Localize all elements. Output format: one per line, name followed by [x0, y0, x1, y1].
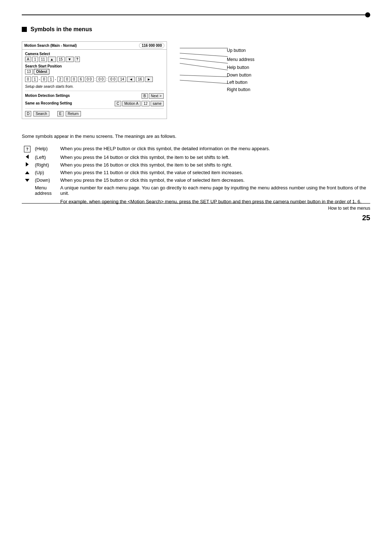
callout-area: Up button Menu address Help button Down …: [178, 41, 370, 119]
menu-addr-desc: A unique number for each menu page. You …: [60, 185, 368, 196]
d-colon1: :: [95, 77, 96, 81]
menu-address-label: Menu address: [227, 57, 254, 62]
top-rule: [22, 15, 370, 15]
up-icon-cell: [22, 169, 33, 176]
heading-square-icon: [22, 27, 27, 32]
d-00c: 0 0: [109, 77, 117, 82]
down-name: (Down): [35, 177, 50, 183]
down-name-cell: (Down): [33, 176, 58, 184]
help-button-label: Help button: [227, 65, 249, 70]
help-desc-cell: When you press the HELP button or click …: [58, 145, 370, 153]
d-00b: 0 0: [97, 77, 105, 82]
help-icon-cell: ?: [22, 145, 33, 153]
menu-illustration: Motion Search (Main - Normal) 116 000 00…: [22, 41, 370, 119]
d-sep2: -: [55, 77, 56, 81]
ctrl-motion-a: Motion A: [122, 101, 141, 106]
up-name: (Up): [35, 170, 44, 175]
body-section: Some symbols appear in the menu screens.…: [22, 134, 370, 205]
d-colon2: :: [106, 77, 107, 81]
up-name-cell: (Up): [33, 169, 58, 176]
help-icon: ?: [24, 146, 30, 152]
body-intro: Some symbols appear in the menu screens.…: [22, 134, 370, 139]
ctrl-left-arrow: ◄: [127, 77, 135, 82]
d-1b: 1: [48, 77, 54, 82]
ctrl-up-arrow: ▲: [48, 57, 56, 62]
ctrl-next: Next >: [149, 93, 164, 99]
table-row: ? (Help) When you press the HELP button …: [22, 145, 370, 153]
table-row: (Left) When you press the 14 button or c…: [22, 153, 370, 161]
left-button-label: Left button: [227, 80, 248, 85]
menu-addr-name: Menu address: [35, 185, 52, 196]
search-start-row: Search Start Position 13 Oldest: [25, 64, 164, 74]
camera-select-row: Camera Select A 1 11 ▲ 15 ▼ ?: [25, 52, 164, 62]
same-recording-row: Same as Recording Setting C Motion A 12 …: [25, 101, 164, 106]
d-6: 6: [78, 77, 84, 82]
ctrl-return: Return: [66, 111, 81, 116]
left-icon-cell: [22, 153, 33, 161]
ctrl-1: 1: [32, 57, 38, 62]
up-desc: When you press the 11 button or click th…: [60, 170, 243, 175]
table-row: (Down) When you press the 15 button or c…: [22, 176, 370, 184]
down-icon-cell: [22, 176, 33, 184]
ctrl-15: 15: [57, 57, 65, 62]
help-desc: When you press the HELP button or click …: [60, 146, 270, 151]
d-2: 2: [57, 77, 63, 82]
menu-addr-icon-cell: [22, 184, 33, 205]
menu-address-box: 116 000 000: [139, 43, 164, 48]
setup-note-row: Setup date search starts from.: [25, 84, 164, 89]
page-number-container: 25: [22, 214, 370, 222]
right-desc-cell: When you press the 16 button or click th…: [58, 161, 370, 169]
table-row: Menu address A unique number for each me…: [22, 184, 370, 205]
ctrl-same: same: [151, 101, 164, 106]
search-start-label: Search Start Position: [25, 64, 164, 68]
d-0c: 0: [64, 77, 70, 82]
symbol-table: ? (Help) When you press the HELP button …: [22, 145, 370, 205]
same-recording-label: Same as Recording Setting: [25, 101, 72, 105]
ctrl-e: E: [57, 111, 64, 116]
ctrl-13: 13: [25, 69, 33, 74]
ctrl-d: D: [25, 111, 31, 116]
up-icon: [25, 171, 29, 174]
menu-title-bar: Motion Search (Main - Normal) 116 000 00…: [22, 42, 167, 50]
d-00a: 0 0: [85, 77, 94, 82]
up-desc-cell: When you press the 11 button or click th…: [58, 169, 370, 176]
setup-note: Setup date search starts from.: [25, 85, 74, 89]
top-rule-dot: [365, 12, 370, 17]
date-row: 0 1 - 0 1 - 2 0 0 6 0 0 : 0 0 :: [25, 77, 164, 82]
ctrl-search: Search: [33, 111, 49, 116]
left-name: (Left): [35, 155, 46, 160]
menu-bottom-buttons: D Search E Return: [25, 111, 164, 116]
ctrl-oldest: Oldest: [34, 69, 49, 74]
menu-divider: [25, 91, 164, 91]
left-name-cell: (Left): [33, 153, 58, 161]
bottom-section: How to set the menus 25: [22, 203, 370, 222]
up-button-label: Up button: [227, 48, 246, 53]
menu-addr-name-cell: Menu address: [33, 184, 58, 205]
right-name-cell: (Right): [33, 161, 58, 169]
right-desc: When you press the 16 button or click th…: [60, 162, 232, 168]
page-number: 25: [362, 214, 370, 222]
d-14: 14: [118, 77, 126, 82]
table-row: (Right) When you press the 16 button or …: [22, 161, 370, 169]
date-controls: 0 1 - 0 1 - 2 0 0 6 0 0 : 0 0 :: [25, 77, 164, 82]
d-16: 16: [136, 77, 144, 82]
d-0b: 0: [41, 77, 47, 82]
d-sep1: -: [39, 77, 40, 81]
ctrl-b: B: [142, 93, 148, 99]
ctrl-c: C: [115, 101, 121, 106]
ctrl-11: 11: [39, 57, 47, 62]
ctrl-help: ?: [75, 57, 80, 62]
left-desc: When you press the 14 button or click th…: [60, 155, 229, 160]
ctrl-a: A: [25, 57, 31, 62]
down-icon: [25, 179, 29, 182]
motion-detection-controls: B Next >: [142, 93, 164, 99]
right-icon: [26, 162, 29, 167]
bottom-label: How to set the menus: [328, 206, 370, 211]
down-desc-cell: When you press the 15 button or click th…: [58, 176, 370, 184]
down-desc: When you press the 15 button or click th…: [60, 177, 245, 183]
bottom-bar: How to set the menus: [22, 203, 370, 211]
menu-body: Camera Select A 1 11 ▲ 15 ▼ ? Search Sta…: [22, 50, 167, 119]
menu-screen: Motion Search (Main - Normal) 116 000 00…: [22, 41, 167, 119]
ctrl-12: 12: [142, 101, 149, 106]
motion-detection-row: Motion Detection Settings B Next >: [25, 93, 164, 99]
